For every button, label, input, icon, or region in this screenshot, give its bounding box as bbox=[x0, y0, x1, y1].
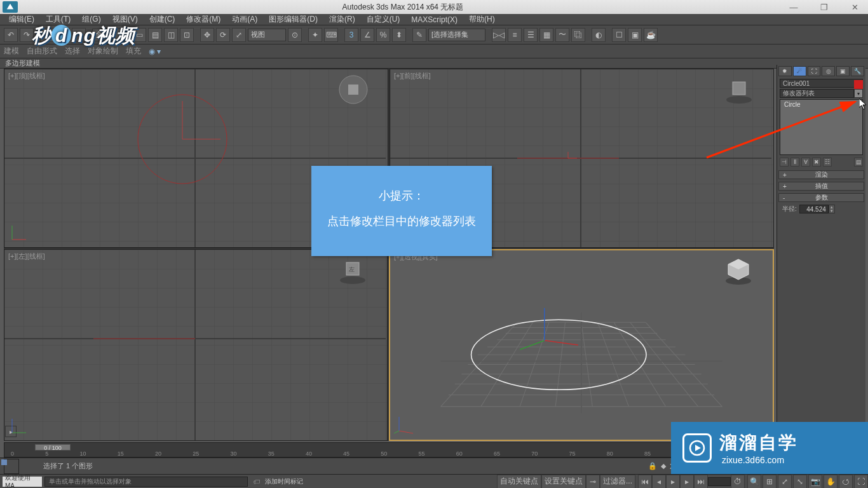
refcoord-dropdown[interactable]: 视图 bbox=[248, 29, 286, 41]
time-slider[interactable]: 0 / 100 bbox=[35, 444, 71, 451]
modifier-stack[interactable]: Circle bbox=[780, 99, 863, 155]
nav-maximize-button[interactable]: ⛶ bbox=[854, 475, 868, 489]
viewcube-left[interactable]: 左 bbox=[337, 255, 368, 285]
nav-zoom-extents-button[interactable]: ⤢ bbox=[778, 475, 792, 489]
cmdtab-utilities[interactable]: 🔧 bbox=[851, 66, 864, 76]
viewport-layout-button[interactable] bbox=[4, 459, 19, 474]
lock-selection-icon[interactable]: 🔒 bbox=[648, 462, 657, 470]
rotate-button[interactable]: ⟳ bbox=[216, 28, 230, 42]
close-button[interactable]: ✕ bbox=[844, 3, 865, 12]
modifier-stack-item[interactable]: Circle bbox=[784, 101, 858, 108]
maximize-button[interactable]: ❐ bbox=[813, 3, 835, 12]
radius-input[interactable] bbox=[799, 205, 829, 214]
key-mode-button[interactable]: ⊸ bbox=[586, 475, 600, 489]
menu-custom[interactable]: 自定义(U) bbox=[362, 13, 405, 25]
menu-create[interactable]: 创建(C) bbox=[144, 13, 180, 25]
minimize-button[interactable]: — bbox=[783, 3, 804, 12]
render-frame-button[interactable]: ▣ bbox=[628, 28, 642, 42]
named-selection-dropdown[interactable]: [选择选择集 bbox=[428, 29, 485, 41]
nav-zoom-button[interactable]: 🔍 bbox=[747, 475, 761, 489]
remove-modifier-button[interactable]: ✖ bbox=[812, 158, 821, 166]
nav-zoomall-button[interactable]: ⊞ bbox=[763, 475, 776, 489]
prompt-bar: 欢迎使用 MA 单击或单击并拖动以选择对象 🏷 添加时间标记 自动关键点 设置关… bbox=[0, 474, 868, 488]
scale-button[interactable]: ⤢ bbox=[232, 28, 246, 42]
menu-modifier[interactable]: 修改器(M) bbox=[181, 13, 226, 25]
align-button[interactable]: ≡ bbox=[508, 28, 522, 42]
viewcube-top[interactable] bbox=[338, 74, 369, 105]
timeline[interactable]: 0 / 100 0510 152025 303540 455055 606570… bbox=[4, 442, 774, 458]
viewport-top-label[interactable]: [+][顶][线框] bbox=[8, 71, 45, 81]
modifier-list-dropdown[interactable]: 修改器列表 bbox=[780, 89, 854, 98]
viewport-front-label[interactable]: [+][前][线框] bbox=[394, 71, 431, 81]
maxscript-mini-listener[interactable]: 欢迎使用 MA bbox=[3, 477, 42, 487]
rollout-params[interactable]: -参数 bbox=[778, 193, 864, 202]
layers-button[interactable]: ☰ bbox=[524, 28, 538, 42]
menu-help[interactable]: 帮助(H) bbox=[464, 13, 500, 25]
cmdtab-hierarchy[interactable]: ⛶ bbox=[808, 66, 821, 76]
key-filters-button[interactable]: 过滤器... bbox=[600, 475, 635, 489]
menu-maxscript[interactable]: MAXScript(X) bbox=[406, 15, 463, 25]
edit-named-sel-button[interactable]: ✎ bbox=[412, 28, 426, 42]
cmdtab-display[interactable]: ▣ bbox=[836, 66, 850, 76]
isolate-icon[interactable]: ◆ bbox=[661, 462, 666, 470]
nav-orbit-button[interactable]: ⭯ bbox=[839, 475, 853, 489]
cmdtab-modify[interactable]: ☄ bbox=[793, 66, 806, 76]
select-name-button[interactable]: ▤ bbox=[148, 28, 162, 42]
snap-toggle-button[interactable]: 3 bbox=[344, 28, 358, 42]
make-unique-button[interactable]: ∀ bbox=[801, 158, 810, 166]
configure-sets-button[interactable]: ☷ bbox=[823, 158, 832, 166]
viewcube-front[interactable] bbox=[724, 74, 754, 105]
set-key-button[interactable]: 设置关键点 bbox=[541, 475, 586, 489]
menu-render[interactable]: 渲染(R) bbox=[324, 13, 360, 25]
radius-spinner[interactable]: ▲▼ bbox=[799, 205, 835, 214]
auto-key-button[interactable]: 自动关键点 bbox=[497, 475, 541, 489]
rollout-interp[interactable]: +插值 bbox=[778, 182, 864, 191]
angle-snap-button[interactable]: ∠ bbox=[360, 28, 374, 42]
modifier-list-dropdown-button[interactable]: ▾ bbox=[854, 89, 863, 98]
add-time-tag-icon[interactable]: 🏷 bbox=[253, 478, 260, 485]
show-end-result-button[interactable]: Ⅱ bbox=[790, 158, 799, 166]
play-anim-button[interactable]: ▸ bbox=[666, 475, 680, 489]
stack-options-button[interactable]: ▤ bbox=[854, 158, 863, 166]
ribbon-modeling[interactable]: 建模 bbox=[4, 46, 19, 57]
goto-start-button[interactable]: ⏮ bbox=[638, 475, 652, 489]
current-frame-input[interactable] bbox=[708, 477, 731, 486]
next-frame-button[interactable]: ▸ bbox=[680, 475, 694, 489]
render-setup-button[interactable]: ☐ bbox=[612, 28, 626, 42]
percent-snap-button[interactable]: % bbox=[376, 28, 390, 42]
nav-pan-button[interactable]: ✋ bbox=[824, 475, 837, 489]
render-button[interactable]: ☕ bbox=[644, 28, 658, 42]
undo-button[interactable]: ↶ bbox=[4, 28, 18, 42]
move-button[interactable]: ✥ bbox=[200, 28, 214, 42]
mirror-button[interactable]: ▷◁ bbox=[492, 28, 506, 42]
menu-graphed[interactable]: 图形编辑器(D) bbox=[264, 13, 323, 25]
viewport-left[interactable]: [+][左][线框] 左 bbox=[4, 249, 388, 441]
time-config-button[interactable]: ⏱ bbox=[731, 475, 745, 489]
select-rect-button[interactable]: ◫ bbox=[164, 28, 178, 42]
graphite-button[interactable]: ▦ bbox=[539, 28, 553, 42]
curve-editor-button[interactable]: 〜 bbox=[555, 28, 569, 42]
menu-anim[interactable]: 动画(A) bbox=[227, 13, 262, 25]
add-time-tag-label[interactable]: 添加时间标记 bbox=[265, 477, 303, 486]
object-color-swatch[interactable] bbox=[854, 80, 863, 89]
pivot-button[interactable]: ⊙ bbox=[288, 28, 302, 42]
spinner-snap-button[interactable]: ⬍ bbox=[392, 28, 406, 42]
viewport-perspective[interactable]: [+][透视][真实] bbox=[389, 249, 774, 441]
material-editor-button[interactable]: ◐ bbox=[592, 28, 606, 42]
nav-fov-button[interactable]: 📷 bbox=[808, 475, 822, 489]
cmdtab-create[interactable]: ✹ bbox=[778, 66, 792, 76]
ribbon-dropdown-icon[interactable]: ◉ ▾ bbox=[149, 47, 161, 56]
manipulate-button[interactable]: ✦ bbox=[308, 28, 322, 42]
prev-frame-button[interactable]: ◂ bbox=[652, 475, 666, 489]
object-name-field[interactable]: Circle001 bbox=[780, 79, 863, 88]
viewcube-persp[interactable] bbox=[723, 255, 754, 286]
schematic-button[interactable]: ⿻ bbox=[571, 28, 585, 42]
rollout-render[interactable]: +渲染 bbox=[778, 170, 864, 179]
keyboard-shortcut-button[interactable]: ⌨ bbox=[324, 28, 338, 42]
window-crossing-button[interactable]: ⊡ bbox=[180, 28, 194, 42]
nav-zoom-extents-all-button[interactable]: ⤡ bbox=[793, 475, 807, 489]
goto-end-button[interactable]: ⏭ bbox=[694, 475, 708, 489]
viewport-left-label[interactable]: [+][左][线框] bbox=[8, 252, 45, 261]
cmdtab-motion[interactable]: ◎ bbox=[822, 66, 835, 76]
pin-stack-button[interactable]: ⊣ bbox=[780, 158, 789, 166]
